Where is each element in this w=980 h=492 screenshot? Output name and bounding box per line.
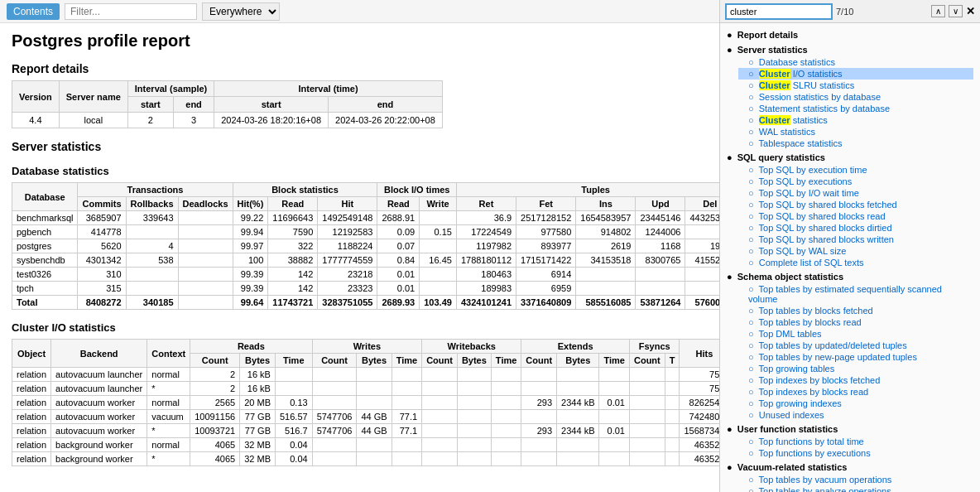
toc-item-top-func-time[interactable]: ○ Top functions by total time — [738, 436, 973, 447]
filter-input[interactable] — [65, 3, 197, 20]
toc-item-tablespace-stats[interactable]: ○ Tablespace statistics — [738, 137, 973, 149]
toc-link-top-tables-blk-read[interactable]: Top tables by blocks read — [759, 317, 862, 327]
toc-link-top-sql-blk-fetch[interactable]: Top SQL by shared blocks fetched — [759, 200, 897, 210]
toc-link-session-stats[interactable]: Session statistics by database — [759, 92, 881, 102]
prev-match-button[interactable]: ∧ — [931, 5, 945, 17]
toc-item-top-idx-blk-read[interactable]: ○ Top indexes by blocks read — [738, 386, 973, 398]
toc-item-top-tables-new-upd[interactable]: ○ Top tables by new-page updated tuples — [738, 351, 973, 363]
toc-link-server-stats[interactable]: Server statistics — [737, 45, 808, 55]
bullet-icon: ○ — [748, 176, 754, 186]
toc-item-top-growing-tables[interactable]: ○ Top growing tables — [738, 363, 973, 374]
toc-link-report-details[interactable]: Report details — [737, 30, 798, 40]
toc-item-top-growing-idx[interactable]: ○ Top growing indexes — [738, 398, 973, 409]
toc-item-db-stats[interactable]: ○ Database statistics — [738, 56, 973, 68]
toc-item-top-tables-analyze[interactable]: ○ Top tables by analyze operations — [738, 485, 973, 492]
toc-item-cluster-io[interactable]: ○ Cluster I/O statistics — [738, 68, 973, 80]
toc-item-cluster-slru[interactable]: ○ Cluster SLRU statistics — [738, 80, 973, 91]
toc-item-report-details[interactable]: ● Report details — [727, 28, 973, 41]
toc-link-top-sql-wal[interactable]: Top SQL by WAL size — [759, 246, 847, 256]
toc-link-top-func-exec[interactable]: Top functions by executions — [759, 448, 871, 458]
toc-item-top-sql-blk-dirty[interactable]: ○ Top SQL by shared blocks dirtied — [738, 222, 973, 234]
toc-link-top-growing-idx[interactable]: Top growing indexes — [759, 398, 842, 408]
toc-item-top-sql-blk-read[interactable]: ○ Top SQL by shared blocks read — [738, 210, 973, 222]
toc-link-seq-scan[interactable]: Top tables by estimated sequentially sca… — [748, 284, 942, 304]
toc-link-top-tables-analyze[interactable]: Top tables by analyze operations — [759, 486, 891, 492]
everywhere-select[interactable]: Everywhere — [202, 2, 280, 21]
toc-link-schema-stats[interactable]: Schema object statistics — [737, 272, 843, 282]
toc-item-top-idx-blk-fetch[interactable]: ○ Top indexes by blocks fetched — [738, 374, 973, 386]
toc-link-wal-stats[interactable]: WAL statistics — [759, 127, 815, 137]
bullet-icon: ○ — [748, 57, 754, 67]
toc-item-seq-scan[interactable]: ○ Top tables by estimated sequentially s… — [738, 283, 973, 305]
ctx-header: Context — [147, 340, 190, 368]
toc-link-top-sql-io[interactable]: Top SQL by I/O wait time — [759, 188, 859, 198]
toc-item-vacuum-stats[interactable]: ● Vacuum-related statistics — [727, 461, 973, 474]
toc-item-cluster-stats[interactable]: ○ Cluster statistics — [738, 114, 973, 126]
commits: 310 — [78, 268, 126, 282]
toc-item-top-tables-blk-read[interactable]: ○ Top tables by blocks read — [738, 316, 973, 328]
toc-item-server-stats[interactable]: ● Server statistics — [727, 43, 973, 56]
toc-section-report: ● Report details — [727, 28, 973, 41]
toc-link-top-tables-blk-fetch[interactable]: Top tables by blocks fetched — [759, 306, 873, 316]
toc-link-top-dml[interactable]: Top DML tables — [759, 329, 822, 339]
toc-link-top-sql-blk-written[interactable]: Top SQL by shared blocks written — [759, 234, 894, 244]
toc-link-sql-stats[interactable]: SQL query statistics — [737, 152, 825, 162]
bullet-icon: ○ — [748, 165, 754, 175]
toc-item-unused-indexes[interactable]: ○ Unused indexes — [738, 409, 973, 421]
toc-link-top-idx-blk-read[interactable]: Top indexes by blocks read — [759, 387, 869, 397]
right-panel: 7/10 ∧ ∨ ✕ ● Report details ● Server sta… — [720, 0, 980, 492]
server-name-value: local — [59, 113, 127, 128]
del — [685, 268, 720, 282]
toc-item-top-sql-io[interactable]: ○ Top SQL by I/O wait time — [738, 187, 973, 199]
toc-item-top-tables-vacuum[interactable]: ○ Top tables by vacuum operations — [738, 474, 973, 485]
toc-item-user-func[interactable]: ● User function statistics — [727, 422, 973, 436]
toc-link-vacuum-stats[interactable]: Vacuum-related statistics — [737, 462, 848, 472]
ret: 189983 — [456, 282, 516, 296]
next-match-button[interactable]: ∨ — [949, 5, 963, 17]
toc-link-top-func-time[interactable]: Top functions by total time — [759, 437, 864, 446]
toc-item-top-sql-wal[interactable]: ○ Top SQL by WAL size — [738, 245, 973, 257]
toc-item-wal-stats[interactable]: ○ WAL statistics — [738, 126, 973, 137]
close-search-button[interactable]: ✕ — [966, 5, 975, 17]
toc-link-user-func[interactable]: User function statistics — [737, 424, 838, 434]
toc-item-top-sql-exec-time[interactable]: ○ Top SQL by execution time — [738, 164, 973, 176]
toc-search-input[interactable] — [725, 3, 833, 20]
toc-item-top-sql-executions[interactable]: ○ Top SQL by executions — [738, 176, 973, 187]
bullet-icon: ○ — [748, 104, 754, 113]
toc-link-sql-list[interactable]: Complete list of SQL texts — [759, 258, 864, 268]
toc-link-cluster-io[interactable]: Cluster I/O statistics — [759, 69, 843, 79]
toc-link-top-tables-upd-del[interactable]: Top tables by updated/deleted tuples — [759, 340, 907, 350]
toc-item-top-tables-upd-del[interactable]: ○ Top tables by updated/deleted tuples — [738, 340, 973, 351]
toc-item-top-sql-blk-written[interactable]: ○ Top SQL by shared blocks written — [738, 234, 973, 245]
toc-link-top-growing-tables[interactable]: Top growing tables — [759, 364, 835, 374]
toc-item-sql-list[interactable]: ○ Complete list of SQL texts — [738, 257, 973, 268]
toc-item-top-func-exec[interactable]: ○ Top functions by executions — [738, 447, 973, 459]
toc-link-top-sql-executions[interactable]: Top SQL by executions — [759, 176, 853, 186]
bullet-icon: ○ — [748, 127, 754, 137]
bullet-icon: ○ — [748, 200, 754, 210]
toc-item-top-tables-blk-fetch[interactable]: ○ Top tables by blocks fetched — [738, 305, 973, 316]
toc-item-top-sql-blk-fetch[interactable]: ○ Top SQL by shared blocks fetched — [738, 199, 973, 210]
toc-link-unused-indexes[interactable]: Unused indexes — [759, 410, 824, 420]
toc-link-top-sql-blk-read[interactable]: Top SQL by shared blocks read — [759, 211, 886, 221]
toc-link-top-idx-blk-fetch[interactable]: Top indexes by blocks fetched — [759, 375, 881, 385]
ins: 2619 — [576, 239, 636, 253]
toc-link-top-tables-new-upd[interactable]: Top tables by new-page updated tuples — [759, 352, 917, 362]
toc-link-statement-stats[interactable]: Statement statistics by database — [759, 104, 890, 113]
toc-item-session-stats[interactable]: ○ Session statistics by database — [738, 91, 973, 103]
contents-button[interactable]: Contents — [7, 3, 60, 20]
w-time-h: Time — [392, 354, 421, 368]
toc-link-top-tables-vacuum[interactable]: Top tables by vacuum operations — [759, 475, 892, 485]
toc-link-cluster-stats[interactable]: Cluster statistics — [759, 115, 828, 125]
toc-link-cluster-slru[interactable]: Cluster SLRU statistics — [759, 80, 855, 90]
writebacks-header: Writebacks — [422, 340, 521, 354]
toc-item-schema-stats[interactable]: ● Schema object statistics — [727, 270, 973, 283]
toc-item-top-dml[interactable]: ○ Top DML tables — [738, 328, 973, 340]
toc-link-top-sql-blk-dirty[interactable]: Top SQL by shared blocks dirtied — [759, 223, 892, 233]
toc-link-top-sql-exec-time[interactable]: Top SQL by execution time — [759, 165, 867, 175]
toc-link-tablespace-stats[interactable]: Tablespace statistics — [759, 138, 843, 148]
toc-link-db-stats[interactable]: Database statistics — [759, 57, 835, 67]
blk-read-total: 2689.93 — [377, 296, 420, 310]
toc-item-statement-stats[interactable]: ○ Statement statistics by database — [738, 103, 973, 114]
toc-item-sql-stats[interactable]: ● SQL query statistics — [727, 151, 973, 164]
